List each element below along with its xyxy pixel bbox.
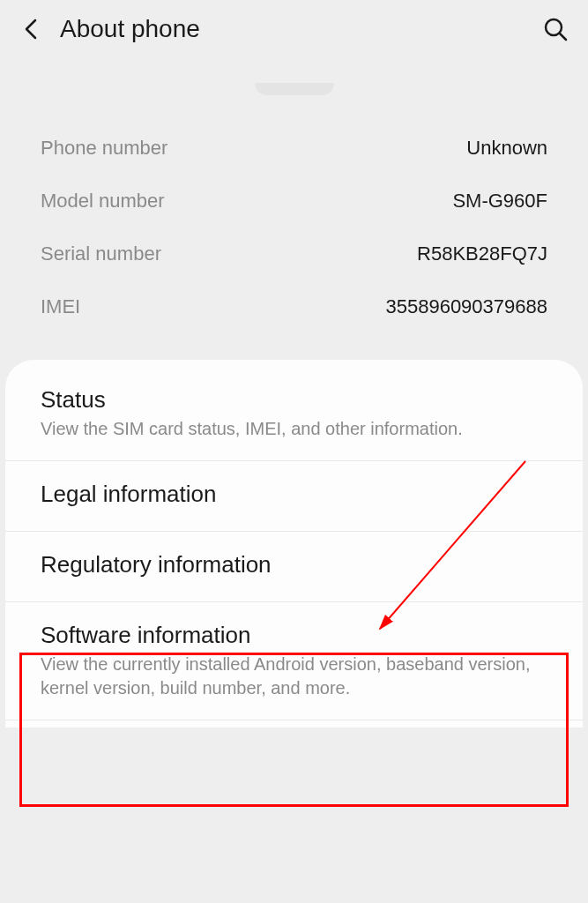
menu-item-software[interactable]: Software information View the currently … xyxy=(5,602,583,720)
search-button[interactable] xyxy=(540,14,570,44)
phone-image-indicator xyxy=(255,83,334,95)
chevron-left-icon xyxy=(23,17,41,41)
info-value: R58KB28FQ7J xyxy=(417,243,547,265)
menu-subtitle: View the currently installed Android ver… xyxy=(41,653,547,700)
menu-title: Regulatory information xyxy=(41,551,547,578)
info-label: IMEI xyxy=(41,295,80,318)
info-row-imei[interactable]: IMEI 355896090379688 xyxy=(41,280,547,333)
menu-title: Legal information xyxy=(41,481,547,508)
header: About phone xyxy=(0,0,588,58)
menu-item-legal[interactable]: Legal information xyxy=(5,461,583,532)
menu-item-status[interactable]: Status View the SIM card status, IMEI, a… xyxy=(5,367,583,461)
page-title: About phone xyxy=(60,15,540,43)
info-row-phone-number[interactable]: Phone number Unknown xyxy=(41,122,547,175)
info-value: 355896090379688 xyxy=(385,295,547,318)
info-value: Unknown xyxy=(466,137,547,160)
menu-card: Status View the SIM card status, IMEI, a… xyxy=(5,360,583,728)
info-value: SM-G960F xyxy=(452,190,547,213)
search-icon xyxy=(542,16,569,42)
info-label: Serial number xyxy=(41,243,161,265)
info-row-model-number[interactable]: Model number SM-G960F xyxy=(41,175,547,228)
menu-title: Software information xyxy=(41,622,547,649)
device-info-section: Phone number Unknown Model number SM-G96… xyxy=(0,113,588,360)
menu-title: Status xyxy=(41,386,547,414)
menu-item-regulatory[interactable]: Regulatory information xyxy=(5,532,583,602)
info-row-serial-number[interactable]: Serial number R58KB28FQ7J xyxy=(41,228,547,280)
svg-line-1 xyxy=(560,34,566,40)
menu-subtitle: View the SIM card status, IMEI, and othe… xyxy=(41,417,547,441)
info-label: Model number xyxy=(41,190,165,213)
info-label: Phone number xyxy=(41,137,167,160)
back-button[interactable] xyxy=(18,15,46,43)
